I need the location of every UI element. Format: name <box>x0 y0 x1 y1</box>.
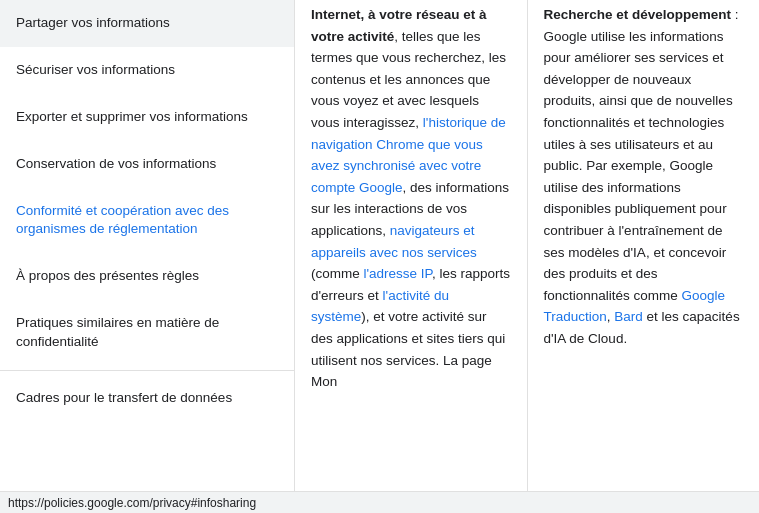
link-navigateurs[interactable]: navigateurs et appareils avec nos servic… <box>311 223 477 260</box>
sidebar-item-cadres[interactable]: Cadres pour le transfert de données <box>0 375 294 422</box>
link-historique-chrome[interactable]: l'historique de navigation Chrome que vo… <box>311 115 506 195</box>
sidebar-item-conformite[interactable]: Conformité et coopération avec des organ… <box>0 188 294 254</box>
right-content-paragraph: Recherche et développement : Google util… <box>544 4 744 350</box>
sidebar-item-conservation[interactable]: Conservation de vos informations <box>0 141 294 188</box>
left-content-bold-internet: Internet, à votre réseau et à votre acti… <box>311 7 487 44</box>
sidebar-item-partager[interactable]: Partager vos informations <box>0 0 294 47</box>
sidebar-item-securiser[interactable]: Sécuriser vos informations <box>0 47 294 94</box>
sidebar: Partager vos informations Sécuriser vos … <box>0 0 295 491</box>
left-content-paragraph: Internet, à votre réseau et à votre acti… <box>311 4 511 393</box>
left-content-column: Internet, à votre réseau et à votre acti… <box>295 0 528 491</box>
link-bard[interactable]: Bard <box>614 309 643 324</box>
sidebar-item-apropos[interactable]: À propos des présentes règles <box>0 253 294 300</box>
link-adresse-ip[interactable]: l'adresse IP <box>364 266 432 281</box>
sidebar-divider <box>0 370 294 371</box>
sidebar-item-pratiques[interactable]: Pratiques similaires en matière de confi… <box>0 300 294 366</box>
right-content-title: Recherche et développement <box>544 7 732 22</box>
status-bar: https://policies.google.com/privacy#info… <box>0 491 759 513</box>
content-area: Internet, à votre réseau et à votre acti… <box>295 0 759 491</box>
link-activite-systeme[interactable]: l'activité du système <box>311 288 449 325</box>
right-content-column: Recherche et développement : Google util… <box>528 0 760 491</box>
sidebar-item-exporter[interactable]: Exporter et supprimer vos informations <box>0 94 294 141</box>
status-url: https://policies.google.com/privacy#info… <box>8 496 256 510</box>
main-container: Partager vos informations Sécuriser vos … <box>0 0 759 491</box>
